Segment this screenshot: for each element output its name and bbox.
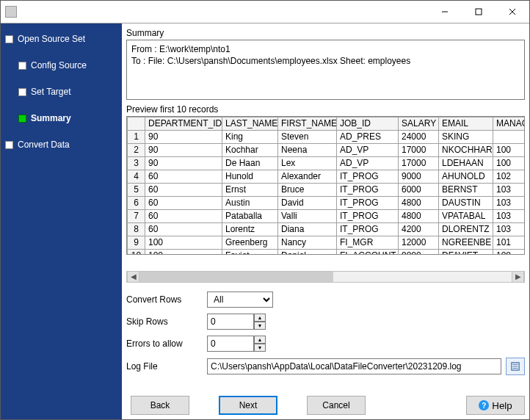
cell[interactable]: Steven bbox=[278, 130, 337, 143]
maximize-button[interactable] bbox=[462, 1, 495, 23]
cell[interactable]: 90 bbox=[145, 130, 222, 143]
cell[interactable]: King bbox=[222, 130, 278, 143]
cell[interactable]: 60 bbox=[145, 183, 222, 196]
skip-rows-up[interactable]: ▲ bbox=[254, 314, 266, 322]
cell[interactable]: 102 bbox=[493, 170, 526, 183]
cell[interactable]: DAUSTIN bbox=[439, 196, 493, 209]
cell[interactable]: David bbox=[278, 196, 337, 209]
cell[interactable]: 4800 bbox=[399, 209, 439, 222]
cell[interactable]: Hunold bbox=[222, 170, 278, 183]
table-row[interactable]: 560ErnstBruceIT_PROG6000BERNST103 bbox=[128, 183, 526, 196]
summary-textbox[interactable]: From : E:\work\temp\nto1 To : File: C:\U… bbox=[126, 40, 525, 100]
cell[interactable]: Greenberg bbox=[222, 236, 278, 249]
col-job-id[interactable]: JOB_ID bbox=[337, 117, 399, 130]
nav-open-source-set[interactable]: Open Source Set bbox=[4, 31, 119, 47]
table-row[interactable]: 660AustinDavidIT_PROG4800DAUSTIN103 bbox=[128, 196, 526, 209]
cell[interactable]: VPATABAL bbox=[439, 209, 493, 222]
cell[interactable] bbox=[493, 130, 526, 143]
cell[interactable]: 9000 bbox=[399, 249, 439, 255]
errors-allow-input[interactable] bbox=[207, 336, 254, 352]
table-row[interactable]: 760PataballaValliIT_PROG4800VPATABAL103 bbox=[128, 209, 526, 222]
scroll-right-icon[interactable]: ▶ bbox=[512, 272, 524, 282]
cell[interactable]: Lex bbox=[278, 156, 337, 170]
nav-config-source[interactable]: Config Source bbox=[17, 57, 119, 73]
cell[interactable]: AHUNOLD bbox=[439, 170, 493, 183]
logfile-input[interactable] bbox=[207, 358, 501, 374]
col-last-name[interactable]: LAST_NAME bbox=[222, 117, 278, 130]
help-button[interactable]: ? Help bbox=[466, 396, 525, 415]
cell[interactable]: NKOCHHAR bbox=[439, 143, 493, 156]
cell[interactable]: 12000 bbox=[399, 236, 439, 249]
cell[interactable]: 60 bbox=[145, 209, 222, 222]
cell[interactable]: 90 bbox=[145, 143, 222, 156]
nav-set-target[interactable]: Set Target bbox=[17, 84, 119, 100]
cell[interactable]: IT_PROG bbox=[337, 170, 399, 183]
col-department-id[interactable]: DEPARTMENT_ID bbox=[145, 117, 222, 130]
skip-rows-input[interactable] bbox=[207, 314, 254, 330]
cell[interactable]: 100 bbox=[493, 156, 526, 170]
horizontal-scrollbar[interactable]: ◀ ▶ bbox=[126, 271, 525, 283]
cell[interactable]: 24000 bbox=[399, 130, 439, 143]
cell[interactable]: BERNST bbox=[439, 183, 493, 196]
table-row[interactable]: 10100FavietDanielFI_ACCOUNT9000DFAVIET10… bbox=[128, 249, 526, 255]
cell[interactable]: AD_PRES bbox=[337, 130, 399, 143]
skip-rows-down[interactable]: ▼ bbox=[254, 322, 266, 330]
cell[interactable]: Diana bbox=[278, 222, 337, 236]
cell[interactable]: Faviet bbox=[222, 249, 278, 255]
cell[interactable]: Valli bbox=[278, 209, 337, 222]
col-rownum[interactable] bbox=[128, 117, 145, 130]
cell[interactable]: DLORENTZ bbox=[439, 222, 493, 236]
cell[interactable]: IT_PROG bbox=[337, 196, 399, 209]
cell[interactable]: 60 bbox=[145, 170, 222, 183]
table-row[interactable]: 460HunoldAlexanderIT_PROG9000AHUNOLD102 bbox=[128, 170, 526, 183]
cell[interactable]: Kochhar bbox=[222, 143, 278, 156]
cell[interactable]: NGREENBE bbox=[439, 236, 493, 249]
cancel-button[interactable]: Cancel bbox=[307, 396, 366, 415]
cell[interactable]: Austin bbox=[222, 196, 278, 209]
cell[interactable]: Neena bbox=[278, 143, 337, 156]
cell[interactable]: 100 bbox=[493, 143, 526, 156]
col-salary[interactable]: SALARY bbox=[399, 117, 439, 130]
cell[interactable]: 60 bbox=[145, 222, 222, 236]
cell[interactable]: FI_ACCOUNT bbox=[337, 249, 399, 255]
table-row[interactable]: 390De HaanLexAD_VP17000LDEHAAN100 bbox=[128, 156, 526, 170]
cell[interactable]: 103 bbox=[493, 183, 526, 196]
cell[interactable]: 4800 bbox=[399, 196, 439, 209]
cell[interactable]: 6000 bbox=[399, 183, 439, 196]
cell[interactable]: AD_VP bbox=[337, 156, 399, 170]
col-manager[interactable]: MANAG bbox=[493, 117, 526, 130]
col-first-name[interactable]: FIRST_NAME bbox=[278, 117, 337, 130]
cell[interactable]: Lorentz bbox=[222, 222, 278, 236]
convert-rows-select[interactable]: All bbox=[207, 292, 273, 308]
back-button[interactable]: Back bbox=[131, 396, 189, 415]
cell[interactable]: 17000 bbox=[399, 156, 439, 170]
cell[interactable]: 108 bbox=[493, 249, 526, 255]
cell[interactable]: IT_PROG bbox=[337, 222, 399, 236]
table-row[interactable]: 860LorentzDianaIT_PROG4200DLORENTZ103 bbox=[128, 222, 526, 236]
cell[interactable]: IT_PROG bbox=[337, 183, 399, 196]
cell[interactable]: Pataballa bbox=[222, 209, 278, 222]
cell[interactable]: 4200 bbox=[399, 222, 439, 236]
col-email[interactable]: EMAIL bbox=[439, 117, 493, 130]
scroll-left-icon[interactable]: ◀ bbox=[127, 272, 139, 282]
next-button[interactable]: Next bbox=[219, 396, 277, 415]
scroll-track[interactable] bbox=[139, 272, 512, 282]
cell[interactable]: 9000 bbox=[399, 170, 439, 183]
cell[interactable]: 90 bbox=[145, 156, 222, 170]
cell[interactable]: 101 bbox=[493, 236, 526, 249]
cell[interactable]: 100 bbox=[145, 249, 222, 255]
close-button[interactable] bbox=[495, 1, 529, 23]
cell[interactable]: 100 bbox=[145, 236, 222, 249]
cell[interactable]: 103 bbox=[493, 196, 526, 209]
cell[interactable]: LDEHAAN bbox=[439, 156, 493, 170]
table-row[interactable]: 290KochharNeenaAD_VP17000NKOCHHAR100 bbox=[128, 143, 526, 156]
nav-convert-data[interactable]: Convert Data bbox=[4, 137, 119, 153]
cell[interactable]: 103 bbox=[493, 209, 526, 222]
cell[interactable]: FI_MGR bbox=[337, 236, 399, 249]
cell[interactable]: Alexander bbox=[278, 170, 337, 183]
cell[interactable]: 17000 bbox=[399, 143, 439, 156]
cell[interactable]: Ernst bbox=[222, 183, 278, 196]
errors-down[interactable]: ▼ bbox=[254, 344, 266, 352]
nav-summary[interactable]: Summary bbox=[17, 110, 119, 126]
cell[interactable]: Bruce bbox=[278, 183, 337, 196]
